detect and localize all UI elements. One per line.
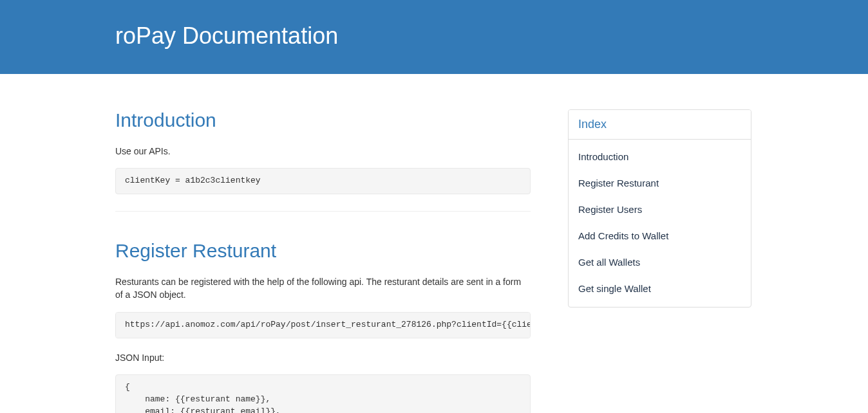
index-link-add-credits[interactable]: Add Credits to Wallet bbox=[569, 223, 751, 249]
register-resturant-text: Resturants can be registered with the he… bbox=[115, 275, 531, 302]
page-header: roPay Documentation bbox=[0, 0, 868, 74]
index-link-get-single-wallet[interactable]: Get single Wallet bbox=[569, 275, 751, 302]
index-link-introduction[interactable]: Introduction bbox=[569, 143, 751, 170]
intro-text: Use our APIs. bbox=[115, 145, 531, 158]
main-content: Introduction Use our APIs. clientKey = a… bbox=[115, 109, 531, 413]
register-resturant-json-code: { name: {{resturant name}}, email: {{res… bbox=[115, 374, 531, 413]
json-input-label: JSON Input: bbox=[115, 351, 531, 364]
section-heading-introduction: Introduction bbox=[115, 109, 531, 131]
sidebar: Index Introduction Register Resturant Re… bbox=[568, 109, 751, 307]
index-list: Introduction Register Resturant Register… bbox=[569, 140, 751, 307]
index-heading: Index bbox=[569, 110, 751, 140]
index-link-get-all-wallets[interactable]: Get all Wallets bbox=[569, 249, 751, 275]
register-resturant-endpoint-code: https://api.anomoz.com/api/roPay/post/in… bbox=[115, 312, 531, 338]
index-link-register-resturant[interactable]: Register Resturant bbox=[569, 170, 751, 196]
intro-code-block: clientKey = a1b2c3clientkey bbox=[115, 168, 531, 194]
page-title: roPay Documentation bbox=[115, 23, 753, 50]
index-panel: Index Introduction Register Resturant Re… bbox=[568, 109, 751, 307]
section-heading-register-resturant: Register Resturant bbox=[115, 240, 531, 261]
section-divider bbox=[115, 211, 531, 212]
index-link-register-users[interactable]: Register Users bbox=[569, 196, 751, 223]
page-body: Introduction Use our APIs. clientKey = a… bbox=[115, 74, 753, 413]
